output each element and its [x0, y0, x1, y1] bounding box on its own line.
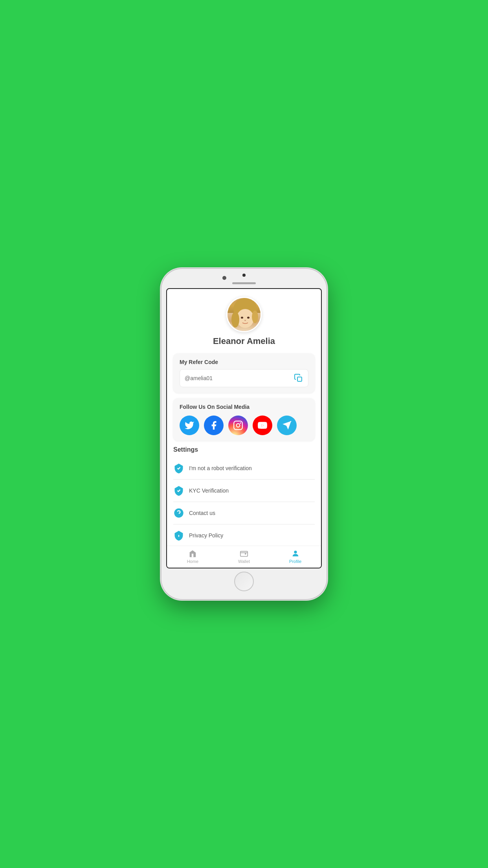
settings-section: Settings I'm not a robot verification	[173, 446, 315, 546]
settings-label-kyc: KYC Verification	[189, 487, 229, 494]
svg-point-18	[294, 551, 297, 554]
screen-content: Eleanor Amelia My Refer Code @amelia01	[167, 289, 321, 546]
svg-point-4	[241, 317, 243, 319]
svg-point-3	[252, 311, 258, 323]
refer-code-row: @amelia01	[180, 369, 308, 387]
refer-code-title: My Refer Code	[180, 359, 308, 365]
twitter-icon[interactable]	[180, 416, 199, 435]
settings-item-privacy[interactable]: Privacy Policy	[173, 524, 315, 546]
svg-rect-17	[240, 552, 248, 557]
person-icon	[291, 549, 300, 558]
settings-item-robot[interactable]: I'm not a robot verification	[173, 457, 315, 480]
nav-item-home[interactable]: Home	[167, 549, 218, 564]
phone-dot	[242, 274, 246, 277]
avatar	[226, 297, 262, 332]
phone-speaker	[232, 282, 256, 284]
svg-rect-7	[297, 377, 302, 381]
help-circle-icon	[173, 508, 184, 519]
nav-item-wallet[interactable]: Wallet	[218, 549, 270, 564]
facebook-icon[interactable]	[204, 416, 224, 435]
avatar-section: Eleanor Amelia	[173, 297, 315, 349]
phone-home-button	[234, 572, 254, 591]
social-media-card: Follow Us On Social Media	[173, 398, 315, 441]
settings-list: I'm not a robot verification KYC Verific…	[173, 457, 315, 546]
svg-point-5	[247, 317, 250, 319]
telegram-icon[interactable]	[277, 416, 297, 435]
svg-point-2	[231, 312, 239, 327]
social-icons-row	[180, 416, 308, 435]
phone-screen: Eleanor Amelia My Refer Code @amelia01	[166, 288, 322, 568]
youtube-icon[interactable]	[253, 416, 272, 435]
svg-point-9	[237, 424, 240, 427]
refer-code-value: @amelia01	[185, 375, 213, 381]
info-shield-icon	[173, 530, 184, 541]
nav-label-wallet: Wallet	[238, 559, 250, 564]
nav-label-home: Home	[187, 559, 198, 564]
shield-check-icon-2	[173, 485, 184, 496]
phone-camera	[222, 276, 226, 280]
nav-item-profile[interactable]: Profile	[270, 549, 321, 564]
svg-rect-8	[234, 421, 242, 430]
refer-code-card: My Refer Code @amelia01	[173, 353, 315, 393]
settings-label-robot: I'm not a robot verification	[189, 465, 252, 471]
shield-check-icon-1	[173, 463, 184, 474]
settings-label-privacy: Privacy Policy	[189, 532, 223, 539]
phone-frame: Eleanor Amelia My Refer Code @amelia01	[161, 269, 327, 599]
copy-button[interactable]	[294, 373, 303, 383]
social-media-title: Follow Us On Social Media	[180, 404, 308, 410]
settings-label-contact: Contact us	[189, 510, 215, 516]
svg-point-6	[244, 320, 246, 321]
settings-item-kyc[interactable]: KYC Verification	[173, 480, 315, 502]
svg-point-10	[240, 422, 241, 423]
avatar-face	[227, 298, 261, 331]
bottom-nav: Home Wallet Profile	[167, 546, 321, 568]
home-icon	[188, 549, 197, 558]
wallet-icon	[240, 549, 248, 558]
settings-item-contact[interactable]: Contact us	[173, 502, 315, 524]
user-name: Eleanor Amelia	[213, 336, 275, 346]
settings-title: Settings	[173, 446, 315, 453]
nav-label-profile: Profile	[289, 559, 301, 564]
instagram-icon[interactable]	[228, 416, 248, 435]
